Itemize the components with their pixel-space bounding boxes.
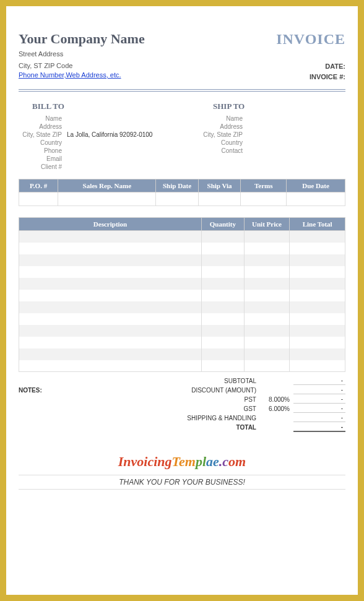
bill-city-value: La Jolla, California 92092-0100 xyxy=(67,131,152,138)
pst-rate: 8.000% xyxy=(260,396,293,403)
item-row xyxy=(19,231,345,243)
bill-phone-label: Phone xyxy=(19,147,67,154)
ship-to-title: SHIP TO xyxy=(213,102,345,111)
company-name: Your Company Name xyxy=(19,31,145,47)
bill-to-title: BILL TO xyxy=(32,102,182,111)
col-shipdate: Ship Date xyxy=(156,179,199,192)
bill-country-label: Country xyxy=(19,139,67,146)
item-row xyxy=(19,278,345,290)
discount-value: - xyxy=(293,386,345,394)
pst-label: PST xyxy=(245,396,260,403)
company-street: Street Address xyxy=(19,50,145,59)
item-row xyxy=(19,337,345,348)
ship-label: SHIPPING & HANDLING xyxy=(187,415,260,422)
item-row xyxy=(19,348,345,360)
thank-you: THANK YOU FOR YOUR BUSINESS! xyxy=(19,475,345,490)
col-shipvia: Ship Via xyxy=(198,179,241,192)
col-due: Due Date xyxy=(287,179,345,192)
col-rep: Sales Rep. Name xyxy=(58,179,156,192)
gst-value: - xyxy=(293,404,345,413)
subtotal-label: SUBTOTAL xyxy=(224,378,260,384)
bill-city-label: City, State ZIP xyxy=(19,131,67,138)
item-row xyxy=(19,325,345,337)
col-terms: Terms xyxy=(241,179,287,192)
bill-client-label: Client # xyxy=(19,163,67,170)
item-row xyxy=(19,243,345,254)
total-value: - xyxy=(293,423,345,432)
order-row xyxy=(19,192,345,206)
col-qty: Quantity xyxy=(202,218,245,231)
bill-address-label: Address xyxy=(19,123,67,130)
col-desc: Description xyxy=(19,218,202,231)
invoice-page: Your Company Name Street Address City, S… xyxy=(6,6,358,595)
date-label: DATE: xyxy=(276,61,345,72)
order-table: P.O. # Sales Rep. Name Ship Date Ship Vi… xyxy=(19,179,345,206)
notes-label: NOTES: xyxy=(19,387,175,394)
item-row xyxy=(19,301,345,313)
invoice-no-label: INVOICE #: xyxy=(276,72,345,82)
subtotal-value: - xyxy=(293,376,345,385)
bill-email-label: Email xyxy=(19,155,67,162)
col-unit: Unit Price xyxy=(244,218,290,231)
ship-value: - xyxy=(293,413,345,422)
company-contact-link[interactable]: Phone Number,Web Address, etc. xyxy=(19,71,121,79)
gst-rate: 6.000% xyxy=(260,405,293,412)
ship-address-label: Address xyxy=(182,123,248,130)
ship-country-label: Country xyxy=(182,139,248,146)
items-table: Description Quantity Unit Price Line Tot… xyxy=(19,217,345,372)
item-row xyxy=(19,360,345,372)
brand-logo: InvoicingTemplae.com xyxy=(19,454,345,470)
item-row xyxy=(19,254,345,266)
divider xyxy=(19,89,345,92)
pst-value: - xyxy=(293,395,345,404)
item-row xyxy=(19,290,345,301)
company-city: City, ST ZIP Code xyxy=(19,61,145,71)
ship-name-label: Name xyxy=(182,115,248,122)
item-row xyxy=(19,313,345,325)
bill-name-label: Name xyxy=(19,115,67,122)
total-label: TOTAL xyxy=(236,424,260,431)
ship-contact-label: Contact xyxy=(182,147,248,154)
item-row xyxy=(19,266,345,278)
invoice-title: INVOICE xyxy=(276,31,345,48)
discount-label: DISCOUNT (AMOUNT) xyxy=(191,387,260,394)
ship-city-label: City, State ZIP xyxy=(182,131,248,138)
col-linetotal: Line Total xyxy=(290,218,345,231)
gst-label: GST xyxy=(243,405,260,412)
col-po: P.O. # xyxy=(19,179,58,192)
